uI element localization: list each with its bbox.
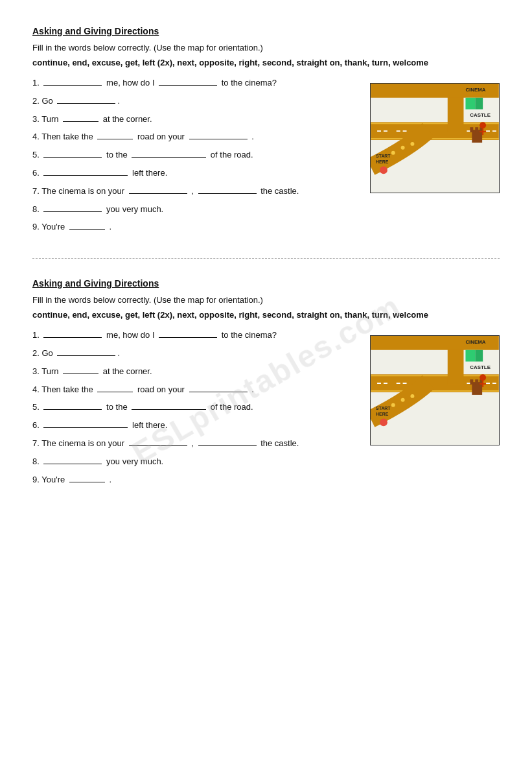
section-divider xyxy=(32,258,500,259)
exercise-1-3: 3. Turn at the corner. xyxy=(32,113,357,126)
num: 5. xyxy=(32,148,41,162)
section1-title: Asking and Giving Directions xyxy=(32,26,500,36)
num: 8. xyxy=(32,455,41,469)
num: 4. Then take the xyxy=(32,383,95,397)
svg-text:CASTLE: CASTLE xyxy=(470,112,491,118)
blank[interactable] xyxy=(129,185,187,194)
blank[interactable] xyxy=(189,383,248,392)
svg-text:HERE: HERE xyxy=(376,160,389,164)
section2-exercises: 1. me, how do I to the cinema? 2. Go . 3… xyxy=(32,329,357,491)
exercise-1-5: 5. to the of the road. xyxy=(32,148,357,162)
blank[interactable] xyxy=(63,365,98,374)
svg-text:CINEMA: CINEMA xyxy=(465,87,485,93)
blank[interactable] xyxy=(69,473,105,482)
exercise-1-2: 2. Go . xyxy=(32,95,357,108)
exercise-2-3: 3. Turn at the corner. xyxy=(32,365,357,379)
svg-rect-29 xyxy=(371,375,499,376)
svg-point-23 xyxy=(380,166,387,174)
num: 5. xyxy=(32,401,41,414)
svg-rect-43 xyxy=(475,379,478,385)
map1-svg: CINEMA CASTLE xyxy=(370,83,500,193)
exercise-2-9: 9. You're . xyxy=(32,473,357,487)
exercise-1-8: 8. you very much. xyxy=(32,203,357,217)
blank[interactable] xyxy=(43,203,102,212)
section1-instructions: Fill in the words below correctly. (Use … xyxy=(32,43,500,53)
num: 9. You're xyxy=(32,220,67,234)
svg-rect-15 xyxy=(470,127,473,132)
section2-word-bank: continue, end, excuse, get, left (2x), n… xyxy=(32,310,500,320)
blank[interactable] xyxy=(43,419,128,428)
blank[interactable] xyxy=(97,383,133,392)
svg-rect-12 xyxy=(475,98,483,110)
exercise-2-4: 4. Then take the road on your . xyxy=(32,383,357,397)
blank[interactable] xyxy=(63,113,98,122)
svg-text:START: START xyxy=(376,406,391,410)
svg-point-24 xyxy=(391,151,395,155)
section1-exercises: 1. me, how do I to the cinema? 2. Go . 3… xyxy=(32,77,357,239)
exercise-1-6: 6. left there. xyxy=(32,167,357,180)
blank[interactable] xyxy=(97,130,133,139)
blank[interactable] xyxy=(159,77,217,86)
blank[interactable] xyxy=(189,130,248,139)
section1-content: 1. me, how do I to the cinema? 2. Go . 3… xyxy=(32,77,500,239)
blank[interactable] xyxy=(132,401,206,410)
num: 6. xyxy=(32,167,41,180)
num: 2. Go xyxy=(32,347,55,361)
blank[interactable] xyxy=(43,148,102,158)
section2-map: CINEMA CASTLE xyxy=(370,335,500,491)
exercise-1-1: 1. me, how do I to the cinema? xyxy=(32,77,357,90)
section-1: Asking and Giving Directions Fill in the… xyxy=(32,26,500,239)
exercise-2-1: 1. me, how do I to the cinema? xyxy=(32,329,357,342)
section2-content: 1. me, how do I to the cinema? 2. Go . 3… xyxy=(32,329,500,491)
num: 3. Turn xyxy=(32,113,61,126)
exercise-1-4: 4. Then take the road on your . xyxy=(32,130,357,144)
svg-text:CASTLE: CASTLE xyxy=(470,365,491,371)
blank[interactable] xyxy=(198,185,257,194)
exercise-2-2: 2. Go . xyxy=(32,347,357,361)
section2-instructions: Fill in the words below correctly. (Use … xyxy=(32,295,500,305)
blank[interactable] xyxy=(129,437,187,446)
svg-point-45 xyxy=(480,374,486,381)
num: 9. You're xyxy=(32,473,67,487)
svg-text:HERE: HERE xyxy=(376,412,389,416)
svg-rect-38 xyxy=(465,350,475,362)
svg-rect-2 xyxy=(371,123,499,124)
svg-point-52 xyxy=(401,398,405,402)
svg-rect-11 xyxy=(465,98,475,110)
blank[interactable] xyxy=(43,401,102,410)
svg-text:START: START xyxy=(376,154,391,158)
section1-word-bank: continue, end, excuse, get, left (2x), n… xyxy=(32,58,500,67)
num: 2. Go xyxy=(32,95,55,108)
exercise-2-7: 7. The cinema is on your , the castle. xyxy=(32,437,357,451)
blank[interactable] xyxy=(57,95,115,104)
blank[interactable] xyxy=(43,455,102,464)
svg-point-51 xyxy=(391,403,395,407)
svg-point-50 xyxy=(380,419,387,427)
num: 6. xyxy=(32,419,41,432)
blank[interactable] xyxy=(43,167,128,176)
svg-rect-42 xyxy=(470,379,473,385)
num: 1. xyxy=(32,329,41,342)
blank[interactable] xyxy=(69,220,105,230)
exercise-2-8: 8. you very much. xyxy=(32,455,357,469)
svg-point-25 xyxy=(401,146,405,150)
blank[interactable] xyxy=(198,437,257,446)
blank[interactable] xyxy=(43,77,102,86)
num: 8. xyxy=(32,203,41,217)
svg-rect-39 xyxy=(475,350,483,362)
exercise-1-7: 7. The cinema is on your , the castle. xyxy=(32,185,357,198)
num: 3. Turn xyxy=(32,365,61,379)
blank[interactable] xyxy=(132,148,206,158)
num: 7. The cinema is on your xyxy=(32,437,127,451)
worksheet: Asking and Giving Directions Fill in the… xyxy=(32,26,500,491)
blank[interactable] xyxy=(57,347,115,356)
svg-rect-16 xyxy=(475,127,478,132)
svg-point-18 xyxy=(480,122,486,128)
num: 1. xyxy=(32,77,41,90)
section-2: Asking and Giving Directions Fill in the… xyxy=(32,278,500,491)
blank[interactable] xyxy=(43,329,102,338)
exercise-2-5: 5. to the of the road. xyxy=(32,401,357,414)
num: 7. The cinema is on your xyxy=(32,185,127,198)
map2-svg: CINEMA CASTLE xyxy=(370,335,500,445)
blank[interactable] xyxy=(159,329,217,338)
